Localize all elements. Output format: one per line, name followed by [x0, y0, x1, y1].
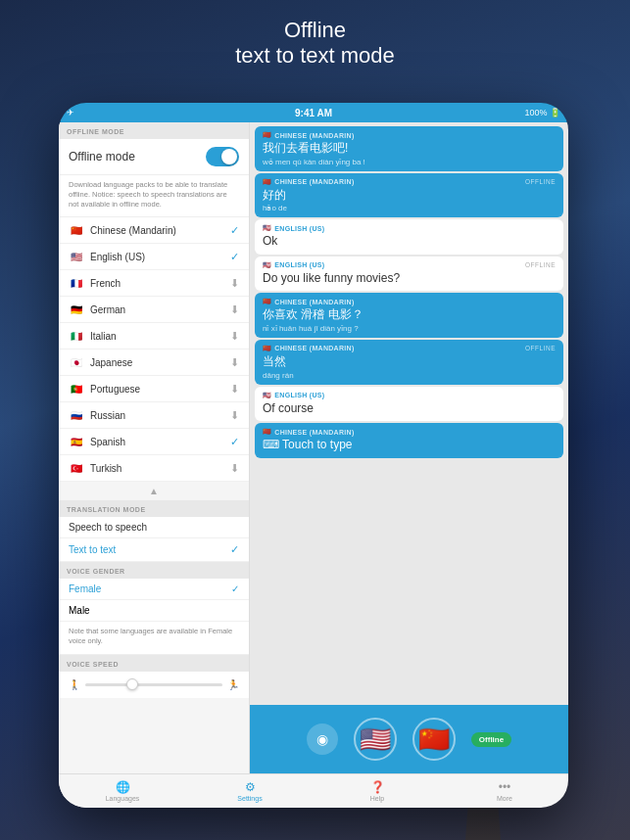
lang-item-2[interactable]: 🇫🇷French⬇	[59, 270, 249, 297]
section-speed-label: VOICE SPEED	[59, 655, 249, 672]
speed-fast-icon: 🏃	[227, 679, 239, 690]
lang-item-6[interactable]: 🇵🇹Portuguese⬇	[59, 376, 249, 402]
tablet-frame: ✈ 9:41 AM 100% 🔋 OFFLINE MODE Offline mo…	[59, 103, 568, 808]
chat-message-5: 🇨🇳CHINESE (MANDARIN)OFFLINE当然dāng rán	[255, 340, 563, 385]
nav-item-settings[interactable]: ⚙Settings	[186, 774, 314, 808]
lang-item-7[interactable]: 🇷🇺Russian⬇	[59, 402, 249, 429]
chat-message-4: 🇨🇳CHINESE (MANDARIN)你喜欢 滑稽 电影？nǐ xǐ huān…	[255, 293, 563, 338]
offline-status-badge[interactable]: Offline	[471, 732, 511, 747]
lang-item-5[interactable]: 🇯🇵Japanese⬇	[59, 350, 249, 376]
chat-message-6: 🇺🇸ENGLISH (US)Of course	[255, 387, 563, 422]
lang-item-3[interactable]: 🇩🇪German⬇	[59, 297, 249, 323]
header-line1: Offline	[0, 18, 630, 43]
chat-message-2: 🇺🇸ENGLISH (US)Ok	[255, 219, 563, 255]
offline-toggle-row: Offline mode	[59, 139, 249, 175]
flag-left-button[interactable]: 🇺🇸	[354, 718, 397, 761]
gender-male[interactable]: Male	[59, 600, 249, 622]
status-right: 100% 🔋	[524, 108, 560, 117]
flag-right-button[interactable]: 🇨🇳	[412, 718, 456, 761]
status-time: 9:41 AM	[295, 108, 332, 118]
chat-message-1: 🇨🇳CHINESE (MANDARIN)OFFLINE好的hǎo de	[255, 173, 563, 218]
chat-area: 🇨🇳CHINESE (MANDARIN)我们去看电影吧!wǒ men qù kà…	[250, 122, 568, 773]
status-left: ✈	[67, 108, 74, 117]
lang-item-9[interactable]: 🇹🇷Turkish⬇	[59, 455, 249, 482]
gender-note: Note that some languages are available i…	[59, 622, 249, 655]
section-translation-label: TRANSLATION MODE	[59, 500, 249, 517]
speed-slow-icon: 🚶	[69, 679, 80, 690]
header: Offline text to text mode	[0, 18, 630, 70]
language-list: 🇨🇳Chinese (Mandarin)✓🇺🇸English (US)✓🇫🇷Fr…	[59, 217, 249, 482]
nav-item-more[interactable]: •••More	[441, 774, 568, 808]
mode-text[interactable]: Text to text ✓	[59, 538, 249, 562]
section-offline-label: OFFLINE MODE	[59, 122, 249, 139]
chat-message-7[interactable]: 🇨🇳CHINESE (MANDARIN)⌨ Touch to type	[255, 423, 563, 458]
speed-thumb[interactable]	[126, 678, 138, 690]
status-bar: ✈ 9:41 AM 100% 🔋	[59, 103, 568, 122]
speed-track[interactable]	[85, 683, 222, 686]
bottom-nav: 🌐Languages⚙Settings❓Help•••More	[59, 773, 568, 808]
offline-description: Download language packs to be able to tr…	[59, 175, 249, 217]
nav-item-help[interactable]: ❓Help	[314, 774, 441, 808]
chat-message-3: 🇺🇸ENGLISH (US)OFFLINEDo you like funny m…	[255, 257, 563, 292]
chat-messages: 🇨🇳CHINESE (MANDARIN)我们去看电影吧!wǒ men qù kà…	[250, 122, 568, 705]
offline-mode-label: Offline mode	[69, 150, 135, 163]
gender-female[interactable]: Female ✓	[59, 579, 249, 600]
sidebar: OFFLINE MODE Offline mode Download langu…	[59, 122, 250, 808]
collapse-arrow[interactable]: ▲	[59, 482, 249, 500]
speed-slider-row: 🚶 🏃	[59, 672, 249, 698]
lang-item-0[interactable]: 🇨🇳Chinese (Mandarin)✓	[59, 217, 249, 244]
lang-item-4[interactable]: 🇮🇹Italian⬇	[59, 323, 249, 350]
mode-speech[interactable]: Speech to speech	[59, 517, 249, 538]
chat-message-0: 🇨🇳CHINESE (MANDARIN)我们去看电影吧!wǒ men qù kà…	[255, 126, 563, 171]
header-line2: text to text mode	[0, 43, 630, 69]
section-voice-label: VOICE GENDER	[59, 562, 249, 579]
nav-item-languages[interactable]: 🌐Languages	[59, 774, 186, 808]
offline-toggle[interactable]	[206, 147, 239, 166]
lang-item-8[interactable]: 🇪🇸Spanish✓	[59, 429, 249, 455]
mic-button[interactable]: ◉	[307, 723, 338, 755]
bottom-action-bar: ◉ 🇺🇸 🇨🇳 Offline	[250, 705, 568, 773]
lang-item-1[interactable]: 🇺🇸English (US)✓	[59, 244, 249, 270]
